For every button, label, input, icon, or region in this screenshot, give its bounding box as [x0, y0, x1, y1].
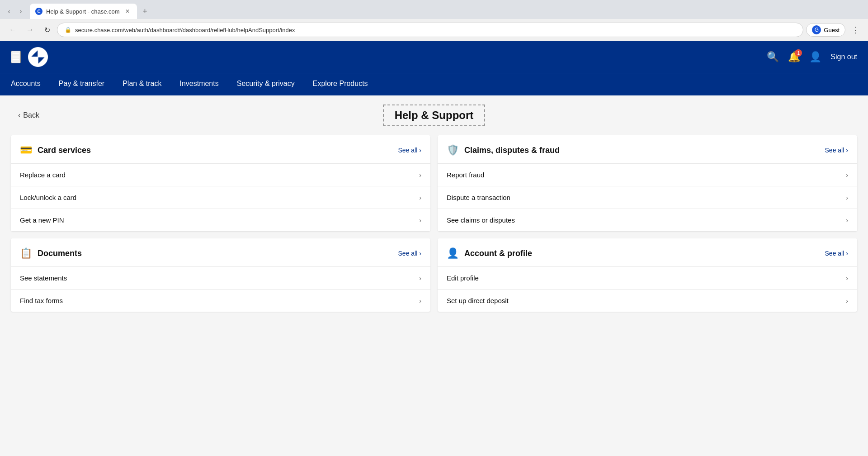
card-services-card: 💳 Card services See all › Replace a card…	[11, 135, 430, 231]
forward-nav-button[interactable]: →	[23, 23, 37, 37]
notifications-button[interactable]: 🔔 1	[788, 51, 800, 63]
hamburger-menu-button[interactable]: ☰	[11, 51, 21, 63]
tab-arrow-left[interactable]: ‹	[4, 6, 14, 17]
claims-see-all-chevron-icon: ›	[846, 147, 848, 154]
account-profile-card: 👤 Account & profile See all › Edit profi…	[438, 238, 857, 312]
documents-header: 📋 Documents See all ›	[11, 238, 430, 267]
browser-chrome: ‹ › C Help & Support - chase.com ✕ + ← →…	[0, 0, 868, 41]
edit-profile-item[interactable]: Edit profile ›	[438, 267, 857, 290]
find-tax-forms-item[interactable]: Find tax forms ›	[11, 290, 430, 312]
browser-tab-bar: ‹ › C Help & Support - chase.com ✕ +	[0, 0, 868, 19]
documents-card: 📋 Documents See all › See statements › F…	[11, 238, 430, 312]
edit-profile-label: Edit profile	[447, 274, 479, 282]
claims-disputes-see-all[interactable]: See all ›	[825, 147, 848, 154]
back-nav-button[interactable]: ←	[5, 23, 20, 37]
app-header: ☰ 🔍 🔔 1 👤 Sign out	[0, 41, 868, 73]
account-profile-icon: 👤	[447, 247, 459, 259]
app-navigation: Accounts Pay & transfer Plan & track Inv…	[0, 73, 868, 95]
nav-item-accounts[interactable]: Accounts	[11, 73, 41, 95]
browser-profile-button[interactable]: G Guest	[806, 23, 845, 37]
page-title-text: Help & Support	[395, 109, 474, 121]
claims-disputes-icon: 🛡️	[447, 144, 459, 156]
card-services-icon: 💳	[20, 144, 32, 156]
report-fraud-item[interactable]: Report fraud ›	[438, 164, 857, 186]
user-icon: 👤	[809, 51, 821, 62]
documents-see-all-chevron-icon: ›	[419, 250, 421, 257]
active-tab[interactable]: C Help & Support - chase.com ✕	[30, 4, 137, 19]
account-profile-header: 👤 Account & profile See all ›	[438, 238, 857, 267]
documents-title-group: 📋 Documents	[20, 247, 82, 259]
direct-deposit-item[interactable]: Set up direct deposit ›	[438, 290, 857, 312]
new-pin-item[interactable]: Get a new PIN ›	[11, 209, 430, 231]
nav-item-pay-transfer[interactable]: Pay & transfer	[59, 73, 104, 95]
replace-card-arrow-icon: ›	[419, 171, 421, 179]
chase-logo-svg	[30, 49, 46, 65]
dispute-transaction-arrow-icon: ›	[846, 194, 848, 201]
back-button[interactable]: ‹ Back	[18, 111, 39, 119]
card-services-see-all[interactable]: See all ›	[398, 147, 421, 154]
see-statements-arrow-icon: ›	[419, 275, 421, 282]
claims-disputes-header: 🛡️ Claims, disputes & fraud See all ›	[438, 135, 857, 164]
see-claims-item[interactable]: See claims or disputes ›	[438, 209, 857, 231]
profile-label: Guest	[824, 27, 840, 33]
back-arrow-icon: ‹	[18, 111, 20, 119]
account-icon-button[interactable]: 👤	[809, 51, 821, 63]
tab-title: Help & Support - chase.com	[46, 8, 120, 15]
profile-icon: G	[812, 25, 821, 34]
chase-logo	[28, 47, 48, 67]
replace-card-item[interactable]: Replace a card ›	[11, 164, 430, 186]
lock-unlock-card-item[interactable]: Lock/unlock a card ›	[11, 186, 430, 209]
tab-favicon: C	[35, 8, 42, 15]
claims-disputes-title: Claims, disputes & fraud	[464, 146, 560, 155]
nav-item-investments[interactable]: Investments	[179, 73, 218, 95]
reload-button[interactable]: ↻	[40, 23, 54, 37]
card-services-title: Card services	[38, 146, 91, 155]
sign-out-button[interactable]: Sign out	[830, 53, 857, 61]
back-label: Back	[23, 111, 39, 119]
account-profile-title-group: 👤 Account & profile	[447, 247, 532, 259]
lock-unlock-arrow-icon: ›	[419, 194, 421, 201]
page-header: ‹ Back Help & Support	[0, 95, 868, 135]
account-profile-see-all-chevron-icon: ›	[846, 250, 848, 257]
see-statements-item[interactable]: See statements ›	[11, 267, 430, 290]
notification-badge: 1	[795, 49, 802, 57]
header-right: 🔍 🔔 1 👤 Sign out	[767, 51, 857, 63]
see-all-chevron-icon: ›	[419, 147, 421, 154]
new-pin-label: Get a new PIN	[20, 216, 64, 224]
tab-nav-arrows: ‹ ›	[4, 6, 26, 17]
new-pin-arrow-icon: ›	[419, 217, 421, 224]
card-services-header: 💳 Card services See all ›	[11, 135, 430, 164]
direct-deposit-arrow-icon: ›	[846, 297, 848, 304]
report-fraud-label: Report fraud	[447, 171, 484, 179]
tab-close-button[interactable]: ✕	[123, 7, 132, 15]
browser-menu-button[interactable]: ⋮	[848, 23, 863, 37]
see-statements-label: See statements	[20, 274, 67, 282]
account-profile-see-all[interactable]: See all ›	[825, 250, 848, 257]
lock-unlock-label: Lock/unlock a card	[20, 194, 76, 201]
nav-item-security-privacy[interactable]: Security & privacy	[237, 73, 295, 95]
documents-see-all[interactable]: See all ›	[398, 250, 421, 257]
find-tax-forms-label: Find tax forms	[20, 297, 63, 304]
find-tax-forms-arrow-icon: ›	[419, 297, 421, 304]
browser-controls: ← → ↻ 🔒 secure.chase.com/web/auth/dashbo…	[0, 19, 868, 41]
address-bar[interactable]: 🔒 secure.chase.com/web/auth/dashboard#/d…	[57, 23, 803, 37]
support-cards-grid: 💳 Card services See all › Replace a card…	[0, 135, 868, 312]
search-button[interactable]: 🔍	[767, 51, 779, 63]
documents-icon: 📋	[20, 247, 32, 259]
page-title: Help & Support	[383, 104, 486, 126]
page-content: ‹ Back Help & Support 💳 Card services Se…	[0, 95, 868, 456]
report-fraud-arrow-icon: ›	[846, 171, 848, 179]
dispute-transaction-label: Dispute a transaction	[447, 194, 510, 201]
url-text: secure.chase.com/web/auth/dashboard#/das…	[75, 27, 295, 33]
nav-item-explore-products[interactable]: Explore Products	[313, 73, 368, 95]
header-left: ☰	[11, 47, 48, 67]
new-tab-button[interactable]: +	[139, 5, 151, 18]
dispute-transaction-item[interactable]: Dispute a transaction ›	[438, 186, 857, 209]
claims-disputes-card: 🛡️ Claims, disputes & fraud See all › Re…	[438, 135, 857, 231]
card-services-title-group: 💳 Card services	[20, 144, 91, 156]
documents-title: Documents	[38, 249, 82, 258]
tab-arrow-right[interactable]: ›	[15, 6, 26, 17]
nav-item-plan-track[interactable]: Plan & track	[123, 73, 161, 95]
ssl-lock-icon: 🔒	[65, 27, 71, 33]
direct-deposit-label: Set up direct deposit	[447, 297, 509, 304]
